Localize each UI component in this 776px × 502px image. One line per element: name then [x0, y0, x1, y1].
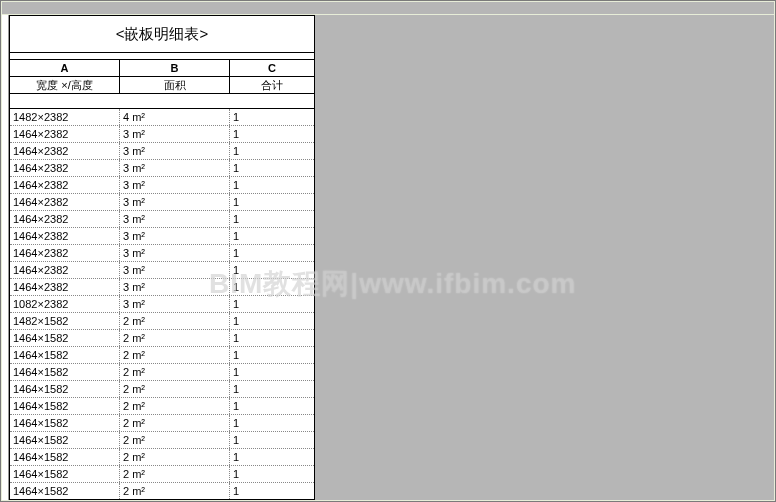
table-row[interactable]: 1464×15822 m²1 [10, 398, 314, 415]
cell-width-height[interactable]: 1464×2382 [10, 211, 120, 227]
cell-width-height[interactable]: 1464×2382 [10, 228, 120, 244]
cell-area[interactable]: 3 m² [120, 279, 230, 295]
cell-width-height[interactable]: 1464×2382 [10, 143, 120, 159]
cell-width-height[interactable]: 1464×1582 [10, 483, 120, 499]
cell-total[interactable]: 1 [230, 143, 314, 159]
cell-total[interactable]: 1 [230, 279, 314, 295]
table-row[interactable]: 1082×23823 m²1 [10, 296, 314, 313]
cell-area[interactable]: 3 m² [120, 245, 230, 261]
cell-area[interactable]: 3 m² [120, 211, 230, 227]
table-row[interactable]: 1464×23823 m²1 [10, 262, 314, 279]
cell-width-height[interactable]: 1464×1582 [10, 347, 120, 363]
cell-width-height[interactable]: 1464×2382 [10, 279, 120, 295]
table-row[interactable]: 1464×23823 m²1 [10, 160, 314, 177]
cell-total[interactable]: 1 [230, 330, 314, 346]
cell-total[interactable]: 1 [230, 228, 314, 244]
cell-area[interactable]: 2 m² [120, 432, 230, 448]
table-row[interactable]: 1464×15822 m²1 [10, 432, 314, 449]
table-row[interactable]: 1464×23823 m²1 [10, 245, 314, 262]
cell-area[interactable]: 3 m² [120, 177, 230, 193]
cell-total[interactable]: 1 [230, 109, 314, 125]
cell-area[interactable]: 3 m² [120, 126, 230, 142]
col-letter-b[interactable]: B [120, 60, 230, 76]
cell-total[interactable]: 1 [230, 262, 314, 278]
cell-total[interactable]: 1 [230, 126, 314, 142]
data-rows: 1482×23824 m²11464×23823 m²11464×23823 m… [10, 109, 314, 500]
cell-width-height[interactable]: 1464×2382 [10, 177, 120, 193]
table-row[interactable]: 1464×23823 m²1 [10, 211, 314, 228]
cell-total[interactable]: 1 [230, 194, 314, 210]
cell-width-height[interactable]: 1482×1582 [10, 313, 120, 329]
col-letter-c[interactable]: C [230, 60, 314, 76]
table-row[interactable]: 1482×23824 m²1 [10, 109, 314, 126]
table-row[interactable]: 1464×23823 m²1 [10, 279, 314, 296]
cell-width-height[interactable]: 1082×2382 [10, 296, 120, 312]
cell-width-height[interactable]: 1464×2382 [10, 245, 120, 261]
table-row[interactable]: 1464×15822 m²1 [10, 483, 314, 500]
cell-total[interactable]: 1 [230, 347, 314, 363]
cell-total[interactable]: 1 [230, 483, 314, 499]
cell-width-height[interactable]: 1464×1582 [10, 330, 120, 346]
cell-width-height[interactable]: 1464×1582 [10, 381, 120, 397]
cell-total[interactable]: 1 [230, 364, 314, 380]
table-row[interactable]: 1464×15822 m²1 [10, 330, 314, 347]
cell-width-height[interactable]: 1464×2382 [10, 160, 120, 176]
table-row[interactable]: 1464×23823 m²1 [10, 143, 314, 160]
title-gap [10, 53, 314, 60]
cell-area[interactable]: 3 m² [120, 262, 230, 278]
table-row[interactable]: 1464×23823 m²1 [10, 177, 314, 194]
cell-area[interactable]: 2 m² [120, 364, 230, 380]
cell-area[interactable]: 2 m² [120, 313, 230, 329]
cell-total[interactable]: 1 [230, 432, 314, 448]
cell-area[interactable]: 3 m² [120, 194, 230, 210]
cell-total[interactable]: 1 [230, 415, 314, 431]
cell-width-height[interactable]: 1464×1582 [10, 466, 120, 482]
cell-area[interactable]: 2 m² [120, 347, 230, 363]
cell-width-height[interactable]: 1464×2382 [10, 194, 120, 210]
cell-total[interactable]: 1 [230, 313, 314, 329]
cell-width-height[interactable]: 1464×1582 [10, 398, 120, 414]
table-row[interactable]: 1464×23823 m²1 [10, 194, 314, 211]
cell-width-height[interactable]: 1464×1582 [10, 432, 120, 448]
cell-area[interactable]: 2 m² [120, 415, 230, 431]
cell-width-height[interactable]: 1482×2382 [10, 109, 120, 125]
cell-area[interactable]: 2 m² [120, 483, 230, 499]
cell-area[interactable]: 2 m² [120, 466, 230, 482]
cell-width-height[interactable]: 1464×1582 [10, 364, 120, 380]
header-total[interactable]: 合计 [230, 77, 314, 93]
table-row[interactable]: 1464×23823 m²1 [10, 126, 314, 143]
cell-total[interactable]: 1 [230, 177, 314, 193]
cell-total[interactable]: 1 [230, 398, 314, 414]
cell-total[interactable]: 1 [230, 211, 314, 227]
table-row[interactable]: 1464×15822 m²1 [10, 347, 314, 364]
col-letter-a[interactable]: A [10, 60, 120, 76]
table-row[interactable]: 1482×15822 m²1 [10, 313, 314, 330]
cell-total[interactable]: 1 [230, 466, 314, 482]
header-width-height[interactable]: 宽度 ×/高度 [10, 77, 120, 93]
cell-width-height[interactable]: 1464×2382 [10, 262, 120, 278]
cell-area[interactable]: 2 m² [120, 381, 230, 397]
cell-area[interactable]: 3 m² [120, 228, 230, 244]
cell-area[interactable]: 3 m² [120, 296, 230, 312]
cell-total[interactable]: 1 [230, 381, 314, 397]
cell-width-height[interactable]: 1464×1582 [10, 415, 120, 431]
cell-total[interactable]: 1 [230, 245, 314, 261]
cell-total[interactable]: 1 [230, 449, 314, 465]
cell-area[interactable]: 3 m² [120, 160, 230, 176]
cell-width-height[interactable]: 1464×1582 [10, 449, 120, 465]
table-row[interactable]: 1464×15822 m²1 [10, 415, 314, 432]
table-row[interactable]: 1464×23823 m²1 [10, 228, 314, 245]
table-row[interactable]: 1464×15822 m²1 [10, 466, 314, 483]
cell-area[interactable]: 3 m² [120, 143, 230, 159]
cell-area[interactable]: 4 m² [120, 109, 230, 125]
cell-total[interactable]: 1 [230, 296, 314, 312]
cell-width-height[interactable]: 1464×2382 [10, 126, 120, 142]
cell-total[interactable]: 1 [230, 160, 314, 176]
table-row[interactable]: 1464×15822 m²1 [10, 449, 314, 466]
cell-area[interactable]: 2 m² [120, 330, 230, 346]
cell-area[interactable]: 2 m² [120, 449, 230, 465]
header-area[interactable]: 面积 [120, 77, 230, 93]
table-row[interactable]: 1464×15822 m²1 [10, 381, 314, 398]
cell-area[interactable]: 2 m² [120, 398, 230, 414]
table-row[interactable]: 1464×15822 m²1 [10, 364, 314, 381]
